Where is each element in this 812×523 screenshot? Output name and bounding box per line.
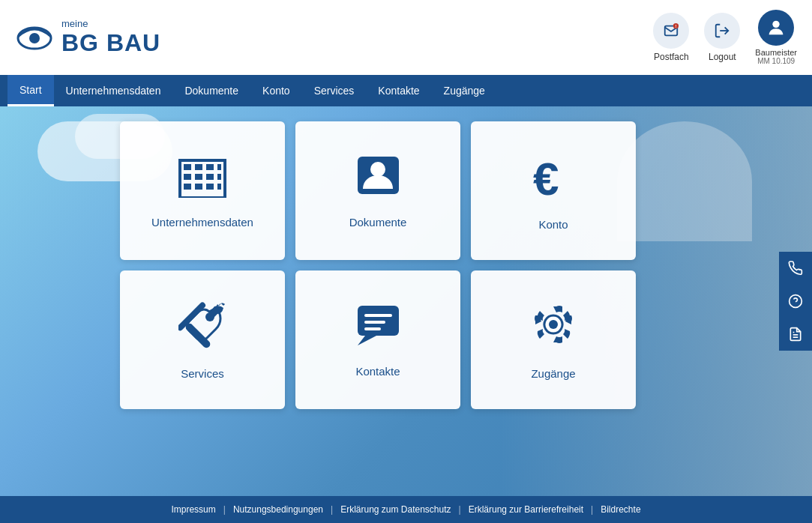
card-konto-label: Konto <box>538 218 568 231</box>
logo-text: meine BG BAU <box>61 19 160 55</box>
footer-nutzungsbedingungen[interactable]: Nutzungsbedingungen <box>233 504 323 515</box>
help-side-button[interactable] <box>779 285 812 318</box>
svg-rect-18 <box>206 184 214 190</box>
svg-point-1 <box>29 33 40 43</box>
svg-rect-29 <box>364 321 385 324</box>
svg-rect-9 <box>195 164 202 170</box>
svg-rect-15 <box>217 174 221 180</box>
postfach-button[interactable]: ! Postfach <box>653 13 689 62</box>
logo-icon <box>15 22 54 53</box>
footer-sep-2: | <box>331 504 333 515</box>
user-avatar-icon <box>766 17 787 38</box>
svg-text:!: ! <box>676 24 677 28</box>
card-unternehmensdaten-label: Unternehmensdaten <box>151 216 253 229</box>
header: meine BG BAU ! Postfach <box>0 0 812 75</box>
svg-rect-28 <box>364 314 392 317</box>
cards-grid: Unternehmensdaten Dokumente € Konto <box>120 121 636 409</box>
main-content: Unternehmensdaten Dokumente € Konto <box>0 106 812 496</box>
svg-rect-14 <box>206 174 214 180</box>
svg-rect-30 <box>364 327 381 330</box>
svg-rect-17 <box>195 184 202 190</box>
document-icon <box>788 327 803 342</box>
card-dokumente[interactable]: Dokumente <box>295 121 460 260</box>
person-file-icon <box>354 153 403 205</box>
main-nav: Start Unternehmensdaten Dokumente Konto … <box>0 75 812 106</box>
card-services[interactable]: Services <box>120 270 285 409</box>
euro-icon: € <box>529 151 578 208</box>
footer-impressum[interactable]: Impressum <box>171 504 215 515</box>
hardhat-shape <box>617 121 752 241</box>
nav-item-services[interactable]: Services <box>302 75 367 106</box>
logo-bgbau: BG BAU <box>61 30 160 56</box>
logout-label: Logout <box>709 52 736 62</box>
svg-rect-12 <box>184 174 191 180</box>
card-konto[interactable]: € Konto <box>471 121 636 260</box>
svg-rect-8 <box>184 164 191 170</box>
phone-side-button[interactable] <box>779 252 812 285</box>
user-info[interactable]: Baumeister MM 10.109 <box>755 10 797 65</box>
svg-rect-11 <box>217 164 221 170</box>
nav-item-unternehmensdaten[interactable]: Unternehmensdaten <box>54 75 173 106</box>
card-kontakte[interactable]: Kontakte <box>295 270 460 409</box>
nav-item-start[interactable]: Start <box>7 75 54 106</box>
card-kontakte-label: Kontakte <box>355 365 400 378</box>
footer-sep-3: | <box>459 504 461 515</box>
logo-meine: meine <box>61 19 160 29</box>
postfach-icon: ! <box>663 22 679 39</box>
gear-icon <box>529 300 578 357</box>
user-name: Baumeister <box>755 48 797 57</box>
footer-sep-1: | <box>223 504 226 515</box>
svg-rect-25 <box>184 321 211 348</box>
logout-icon <box>714 22 730 39</box>
svg-point-21 <box>370 162 385 177</box>
svg-text:€: € <box>533 153 559 200</box>
svg-rect-13 <box>195 174 202 180</box>
logo: meine BG BAU <box>15 19 160 55</box>
side-buttons <box>779 252 812 351</box>
document-side-button[interactable] <box>779 318 812 351</box>
wrench-icon <box>178 300 227 357</box>
user-id: MM 10.109 <box>757 57 795 65</box>
nav-item-zugaenge[interactable]: Zugänge <box>432 75 497 106</box>
svg-marker-27 <box>358 336 376 345</box>
user-avatar <box>758 10 794 46</box>
card-zugaenge-label: Zugänge <box>531 367 575 380</box>
nav-item-kontakte[interactable]: Kontakte <box>366 75 431 106</box>
card-dokumente-label: Dokumente <box>349 216 407 229</box>
header-actions: ! Postfach Logout <box>653 10 797 65</box>
card-services-label: Services <box>181 367 224 380</box>
nav-item-dokumente[interactable]: Dokumente <box>172 75 250 106</box>
svg-point-33 <box>549 320 558 329</box>
footer: Impressum | Nutzungsbedingungen | Erklär… <box>0 496 812 523</box>
help-icon <box>788 294 803 309</box>
footer-barrierefreiheit[interactable]: Erklärung zur Barrierefreiheit <box>469 504 583 515</box>
logout-icon-circle <box>704 13 740 49</box>
nav-item-konto[interactable]: Konto <box>250 75 302 106</box>
svg-rect-10 <box>206 164 214 170</box>
svg-point-6 <box>773 21 780 28</box>
building-icon <box>176 153 229 205</box>
svg-rect-19 <box>217 184 221 190</box>
logout-button[interactable]: Logout <box>704 13 740 62</box>
footer-datenschutz[interactable]: Erklärung zum Datenschutz <box>340 504 451 515</box>
card-zugaenge[interactable]: Zugänge <box>471 270 636 409</box>
footer-sep-4: | <box>591 504 593 515</box>
phone-icon <box>788 261 803 276</box>
postfach-icon-circle: ! <box>653 13 689 49</box>
card-unternehmensdaten[interactable]: Unternehmensdaten <box>120 121 285 260</box>
chat-icon <box>354 302 403 354</box>
svg-rect-16 <box>184 184 191 190</box>
postfach-label: Postfach <box>654 52 689 62</box>
footer-bildrechte[interactable]: Bildrechte <box>601 504 640 515</box>
